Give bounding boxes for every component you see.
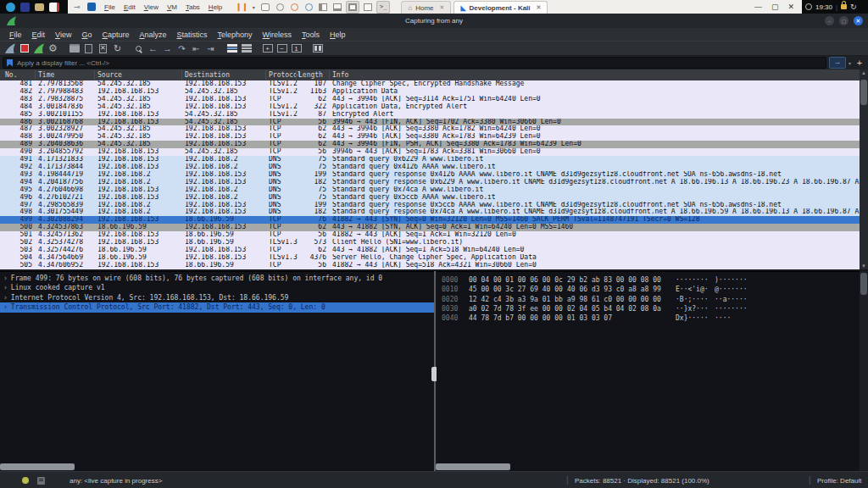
expert-info-icon[interactable]	[22, 477, 29, 484]
vmware-menu-tabs[interactable]: Tabs	[181, 3, 204, 11]
packet-row-484[interactable]: 4843.00184783654.245.32.185192.168.168.1…	[0, 103, 860, 111]
lock-icon[interactable]	[841, 4, 847, 9]
save-file-icon[interactable]	[81, 42, 96, 55]
maximize-icon[interactable]: ▢	[771, 3, 779, 11]
unity-icon[interactable]	[362, 2, 374, 13]
minimize-icon[interactable]: —	[754, 3, 762, 11]
kali-logo-icon[interactable]	[6, 3, 15, 12]
column-header-info[interactable]: Info	[332, 69, 348, 80]
reload-icon[interactable]: ↻	[850, 3, 857, 11]
menu-tools[interactable]: Tools	[297, 30, 325, 39]
folder-icon[interactable]	[35, 3, 44, 11]
detail-row[interactable]: ›Linux cooked capture v1	[0, 283, 434, 292]
column-header-time[interactable]: Time	[38, 69, 54, 80]
packet-row-490[interactable]: 4903.204855792192.168.168.15354.245.32.1…	[0, 148, 860, 156]
apply-filter-button[interactable]: →	[829, 57, 846, 69]
terminal-icon[interactable]: >_	[376, 1, 390, 14]
menu-telephony[interactable]: Telephony	[213, 30, 258, 39]
vmware-menu-help[interactable]: Help	[204, 3, 226, 11]
display-filter-input[interactable]: Apply a display filter ... <Ctrl-/>	[3, 57, 826, 69]
packet-row-489[interactable]: 4893.20403863654.245.32.185192.168.168.1…	[0, 141, 860, 148]
fullscreen-icon[interactable]	[346, 1, 359, 14]
tab-close-icon[interactable]: ✕	[537, 4, 542, 11]
hex-row[interactable]: 004044 78 7d b7 00 00 00 0001 03 03 07Dx…	[437, 313, 860, 323]
column-header-destination[interactable]: Destination	[185, 69, 230, 80]
packet-row-504[interactable]: 5044.34756466918.66.196.59192.168.168.15…	[0, 254, 860, 262]
last-packet-icon[interactable]: ⇥	[203, 42, 218, 55]
hex-row[interactable]: 000000 04 00 01 00 06 00 0c29 b2 ab 83 0…	[437, 275, 860, 285]
bookmark-icon[interactable]	[7, 59, 13, 67]
colorize-icon[interactable]	[225, 42, 239, 55]
vm-tab-development-kali[interactable]: ◣Development - Kali✕	[453, 1, 548, 14]
start-capture-icon[interactable]	[3, 42, 17, 55]
vm-tab-home[interactable]: ⌂Home✕	[401, 1, 451, 14]
packet-row-492[interactable]: 4924.171373844192.168.168.153192.168.168…	[0, 164, 860, 171]
packet-row-494[interactable]: 4944.204187756192.168.168.2192.168.168.1…	[0, 179, 860, 186]
filter-expression-caret-icon[interactable]: ▾	[849, 60, 851, 66]
packet-bytes-pane[interactable]: 000000 04 00 01 00 06 00 0c29 b2 ab 83 0…	[437, 271, 860, 471]
expand-arrow-icon[interactable]: ›	[3, 294, 8, 302]
first-packet-icon[interactable]: ⇤	[189, 42, 203, 55]
snapshot-revert-icon[interactable]	[288, 2, 300, 13]
packet-row-493[interactable]: 4934.198444719192.168.168.2192.168.168.1…	[0, 171, 860, 179]
close-icon[interactable]: ✕	[787, 3, 794, 11]
menu-wireless[interactable]: Wireless	[258, 30, 298, 39]
menu-analyze[interactable]: Analyze	[134, 30, 171, 39]
restart-capture-icon[interactable]	[31, 42, 46, 55]
expand-arrow-icon[interactable]: ›	[3, 303, 8, 311]
scroll-up-icon[interactable]: ▲	[860, 70, 868, 75]
packet-list-scrollbar[interactable]: ▲ ▼	[860, 69, 868, 269]
detail-row[interactable]: ›Internet Protocol Version 4, Src: 192.1…	[0, 293, 434, 302]
packet-list-header[interactable]: No.TimeSourceDestinationProtocolLengthIn…	[0, 69, 860, 80]
capture-comment-icon[interactable]	[37, 477, 45, 485]
menu-view[interactable]: View	[50, 30, 76, 39]
menu-edit[interactable]: Edit	[27, 30, 51, 39]
scrollbar-handle[interactable]	[860, 80, 867, 105]
zoom-out-icon[interactable]: −	[275, 42, 289, 55]
zoom-in-icon[interactable]: +	[260, 42, 275, 55]
scroll-down-icon[interactable]: ▼	[860, 263, 868, 269]
packet-row-491[interactable]: 4914.171321833192.168.168.153192.168.168…	[0, 156, 860, 164]
vmware-menu-vm[interactable]: VM	[163, 3, 181, 11]
close-file-icon[interactable]: ✕	[96, 42, 110, 55]
column-header-length[interactable]: Length	[298, 69, 323, 80]
menu-go[interactable]: Go	[76, 30, 97, 39]
layout-console-icon[interactable]	[331, 2, 343, 13]
packet-row-500[interactable]: 5004.32453786318.66.196.59192.168.168.15…	[0, 224, 860, 231]
column-header-no[interactable]: No.	[5, 69, 17, 80]
open-file-icon[interactable]	[67, 42, 81, 55]
snapshot-manage-icon[interactable]	[303, 2, 314, 13]
snapshot-clock-icon[interactable]	[274, 2, 286, 13]
wireshark-titlebar[interactable]: Capturing from any – ▢ ✕	[0, 14, 868, 28]
packet-row-487[interactable]: 4873.00232892754.245.32.185192.168.168.1…	[0, 125, 860, 133]
go-forward-icon[interactable]: →	[160, 42, 175, 55]
packet-row-496[interactable]: 4964.276102721192.168.168.153192.168.168…	[0, 194, 860, 202]
devices-icon[interactable]	[259, 2, 271, 13]
packet-row-481[interactable]: 4812.79781356854.245.32.185192.168.168.1…	[0, 80, 860, 88]
pause-icon[interactable]: ❙❙	[236, 2, 248, 13]
menu-capture[interactable]: Capture	[97, 30, 134, 39]
packet-row-485[interactable]: 4853.002101155192.168.168.15354.245.32.1…	[0, 111, 860, 119]
layout-split-icon[interactable]	[317, 2, 329, 13]
pause-caret-icon[interactable]: ▾	[250, 2, 257, 13]
window-minimize-icon[interactable]: –	[825, 16, 834, 25]
hex-row[interactable]: 002012 42 c4 3b a3 9a 01 bba9 98 61 c0 0…	[437, 295, 860, 304]
details-hscrollbar-handle[interactable]	[0, 463, 75, 470]
detail-row[interactable]: ›Frame 499: 76 bytes on wire (608 bits),…	[0, 274, 434, 283]
expand-arrow-icon[interactable]: ›	[3, 284, 8, 291]
find-packet-icon[interactable]	[131, 42, 146, 55]
window-maximize-icon[interactable]: ▢	[839, 16, 849, 25]
hex-row[interactable]: 0030a0 02 7d 78 3f ee 00 0002 04 05 b4 0…	[437, 304, 860, 313]
capture-options-icon[interactable]: ⚙	[46, 42, 60, 55]
go-back-icon[interactable]: ←	[146, 42, 160, 55]
auto-scroll-icon[interactable]	[239, 42, 253, 55]
profile-text[interactable]: Profile: Default	[817, 477, 861, 485]
hex-row[interactable]: 001045 00 00 3c 27 69 40 0040 06 d3 93 c…	[437, 285, 860, 294]
menu-help[interactable]: Help	[325, 30, 351, 39]
packet-row-503[interactable]: 5034.32574427618.66.196.59192.168.168.15…	[0, 247, 860, 254]
packet-row-486[interactable]: 4863.002168768192.168.168.15354.245.32.1…	[0, 119, 860, 126]
window-close-icon[interactable]: ✕	[854, 16, 863, 25]
vmware-menu-view[interactable]: View	[140, 3, 163, 11]
packet-list[interactable]: 4812.79781356854.245.32.185192.168.168.1…	[0, 80, 860, 269]
packet-row-497[interactable]: 4974.298565839192.168.168.2192.168.168.1…	[0, 202, 860, 209]
